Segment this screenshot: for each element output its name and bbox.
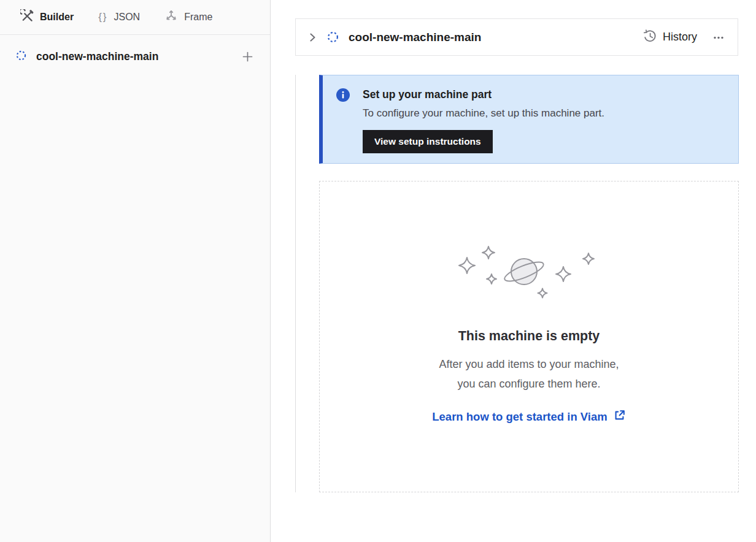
setup-banner: Set up your machine part To configure yo… — [319, 75, 739, 164]
learn-link-label: Learn how to get started in Viam — [432, 410, 607, 424]
viam-config-page: Builder {} JSON Frame — [0, 0, 756, 542]
tab-builder[interactable]: Builder — [20, 9, 74, 25]
dashed-circle-part-icon — [327, 31, 339, 43]
dashed-circle-part-icon — [16, 50, 26, 63]
external-link-icon — [613, 409, 626, 425]
learn-link[interactable]: Learn how to get started in Viam — [432, 409, 625, 425]
part-title: cool-new-machine-main — [349, 31, 481, 44]
sidebar-item-machine-part[interactable]: cool-new-machine-main — [0, 45, 270, 68]
tree-guide-line — [295, 75, 296, 492]
info-icon — [336, 88, 350, 163]
history-button[interactable]: History — [642, 29, 697, 46]
view-tabbar: Builder {} JSON Frame — [0, 0, 270, 35]
tab-json-label: JSON — [114, 12, 140, 23]
add-component-button[interactable] — [241, 50, 254, 63]
empty-state-title: This machine is empty — [320, 329, 738, 344]
banner-body: To configure your machine, set up this m… — [363, 107, 604, 120]
machine-part-name: cool-new-machine-main — [36, 50, 241, 63]
braces-icon: {} — [98, 11, 107, 23]
empty-state-body-line1: After you add items to your machine, — [320, 354, 738, 374]
tools-icon — [20, 9, 34, 25]
tab-json[interactable]: {} JSON — [98, 11, 140, 23]
part-header: cool-new-machine-main History — [295, 18, 738, 56]
empty-state: This machine is empty After you add item… — [319, 181, 739, 492]
tab-builder-label: Builder — [40, 12, 74, 23]
tab-frame-label: Frame — [184, 12, 212, 23]
view-setup-instructions-button[interactable]: View setup instructions — [363, 130, 493, 153]
empty-state-body-line2: you can configure them here. — [320, 374, 738, 394]
history-label: History — [663, 31, 697, 44]
sidebar: Builder {} JSON Frame — [0, 0, 271, 542]
planet-sparkles-illustration — [320, 244, 738, 303]
more-menu-icon[interactable] — [712, 31, 725, 44]
chevron-right-icon[interactable] — [306, 31, 319, 44]
frame-axes-icon — [164, 9, 178, 25]
history-clock-icon — [642, 29, 657, 46]
main-panel: cool-new-machine-main History — [271, 0, 756, 542]
tab-frame[interactable]: Frame — [164, 9, 212, 25]
banner-title: Set up your machine part — [363, 88, 604, 101]
